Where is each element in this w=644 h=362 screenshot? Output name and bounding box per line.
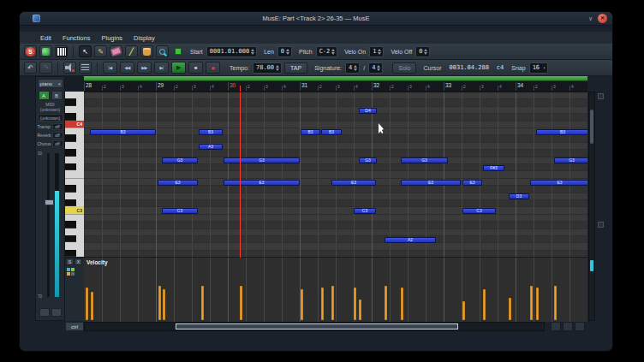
pencil-tool-button[interactable]: ✎ xyxy=(94,45,107,57)
solo-toggle-button[interactable]: S xyxy=(24,45,37,57)
velocity-bar[interactable] xyxy=(554,286,557,320)
spinner-icon[interactable] xyxy=(354,65,357,71)
velocity-bar[interactable] xyxy=(201,286,204,320)
note-canvas[interactable]: B3E3G3C3B3A3G3E3B3B3E3C3D4G3A2G3E3E3C3F#… xyxy=(84,92,587,258)
black-key[interactable] xyxy=(65,98,76,105)
midi-note[interactable]: B3 xyxy=(90,129,156,135)
len-input[interactable]: 0 xyxy=(277,46,292,57)
menu-display[interactable]: Display xyxy=(134,34,155,42)
velocity-bar[interactable] xyxy=(536,288,539,320)
track-panel-button[interactable] xyxy=(51,308,62,317)
record-button[interactable]: ● xyxy=(206,62,220,74)
black-key[interactable] xyxy=(65,185,76,192)
close-button[interactable]: ✕ xyxy=(598,14,607,23)
midi-note[interactable]: C3 xyxy=(162,208,198,214)
highlighted-key[interactable]: C4 xyxy=(65,121,84,128)
highlighted-key[interactable]: C3 xyxy=(65,206,84,213)
controller-solo-button[interactable]: S xyxy=(66,258,74,265)
black-key[interactable] xyxy=(65,163,76,170)
velocity-bar[interactable] xyxy=(401,288,403,320)
midi-input-button[interactable] xyxy=(55,45,68,57)
solo-button[interactable]: Solo xyxy=(392,62,416,74)
ctrl-lane-button[interactable]: ctrl xyxy=(65,322,84,331)
midi-note[interactable]: C3 xyxy=(354,208,376,214)
velocity-bar[interactable] xyxy=(530,286,533,320)
black-key[interactable] xyxy=(65,149,76,156)
goto-start-button[interactable]: |◀ xyxy=(103,62,117,74)
midi-note[interactable]: C3 xyxy=(462,208,496,214)
splitter-button[interactable] xyxy=(598,93,604,99)
controller-matrix-icon[interactable] xyxy=(67,268,75,276)
velocity-bar[interactable] xyxy=(483,289,486,320)
spinner-icon[interactable] xyxy=(286,49,289,55)
velocity-bar[interactable] xyxy=(509,298,511,320)
midi-note[interactable]: A2 xyxy=(385,237,436,243)
tap-button[interactable]: TAP xyxy=(284,62,307,74)
menu-plugins[interactable]: Plugins xyxy=(101,34,122,42)
pan-tool-button[interactable] xyxy=(140,45,153,57)
menu-edit[interactable]: Edit xyxy=(40,34,51,42)
patch-select[interactable]: (unknown) xyxy=(38,114,63,122)
redo-button[interactable]: ↷ xyxy=(39,62,52,74)
midi-note[interactable]: E3 xyxy=(462,180,482,186)
black-key[interactable] xyxy=(65,250,76,257)
horizontal-scrollbar[interactable] xyxy=(84,322,545,331)
midi-note[interactable]: B3 xyxy=(301,129,320,135)
spinner-icon[interactable] xyxy=(424,49,427,55)
velocity-bar[interactable] xyxy=(385,286,387,320)
midi-note[interactable]: E3 xyxy=(331,180,376,186)
midi-note[interactable]: F#3 xyxy=(483,165,504,171)
rewind-button[interactable]: ◀◀ xyxy=(120,62,134,74)
line-tool-button[interactable]: ╱ xyxy=(125,45,138,57)
zoom-in-button[interactable] xyxy=(563,322,573,331)
signature-numerator-input[interactable]: 4 xyxy=(345,62,360,74)
midi-note[interactable]: E3 xyxy=(158,180,198,186)
zoom-out-button[interactable] xyxy=(551,322,561,331)
midi-note[interactable]: D4 xyxy=(359,108,377,114)
fader-groove[interactable] xyxy=(47,153,50,297)
midi-note[interactable]: G3 xyxy=(224,157,300,163)
eraser-tool-button[interactable] xyxy=(110,45,122,57)
signature-denominator-input[interactable]: 4 xyxy=(368,62,383,74)
spinner-icon[interactable] xyxy=(276,65,279,71)
midi-note[interactable]: A3 xyxy=(199,144,223,150)
velocity-bar[interactable] xyxy=(163,289,165,320)
black-key[interactable] xyxy=(65,221,76,228)
goto-end-button[interactable]: ▶| xyxy=(154,62,169,74)
send-value-box[interactable]: off xyxy=(52,123,63,130)
midi-note[interactable]: E3 xyxy=(401,180,461,186)
playhead[interactable] xyxy=(240,92,241,258)
pointer-tool-button[interactable]: ↖ xyxy=(79,45,92,57)
velo-on-input[interactable]: 1 xyxy=(369,46,384,57)
midi-note[interactable]: B3 xyxy=(199,129,223,135)
vertical-scrollbar-thumb[interactable] xyxy=(590,110,593,144)
midi-note[interactable]: G3 xyxy=(554,157,587,163)
metronome-button[interactable] xyxy=(63,62,76,74)
black-key[interactable] xyxy=(65,235,76,242)
fader-handle[interactable] xyxy=(45,199,54,205)
midi-note[interactable]: G3 xyxy=(359,157,377,163)
vertical-scrollbar-indicator[interactable] xyxy=(590,260,593,271)
send-value-box[interactable]: off xyxy=(52,140,63,147)
velocity-bar[interactable] xyxy=(462,301,465,320)
midi-note[interactable]: B3 xyxy=(536,129,587,135)
midi-note[interactable]: B3 xyxy=(321,129,342,135)
step-record-button[interactable] xyxy=(39,45,52,57)
piano-keyboard[interactable]: C4C3 xyxy=(65,92,85,257)
forward-button[interactable]: ▶▶ xyxy=(137,62,152,74)
tempo-input[interactable]: 78.00 xyxy=(253,62,282,74)
controller-close-button[interactable]: X xyxy=(75,258,82,265)
spinner-icon[interactable] xyxy=(251,49,254,55)
punch-button[interactable] xyxy=(79,62,92,74)
velocity-bar[interactable] xyxy=(321,288,324,320)
spinner-icon[interactable] xyxy=(378,49,381,55)
splitter-button[interactable] xyxy=(598,222,604,228)
instrument-select[interactable]: piano ▾ xyxy=(38,79,63,88)
send-value-box[interactable]: off xyxy=(52,132,63,139)
midi-note[interactable]: G3 xyxy=(162,157,198,163)
scroll-end-button[interactable] xyxy=(575,322,585,331)
midi-note[interactable]: E3 xyxy=(224,180,300,186)
track-panel-button[interactable] xyxy=(39,308,50,317)
velocity-bar[interactable] xyxy=(359,300,361,320)
titlebar[interactable]: MusE: Part <Track 2> 26-35 — MusE ∨ ✕ xyxy=(20,12,612,26)
